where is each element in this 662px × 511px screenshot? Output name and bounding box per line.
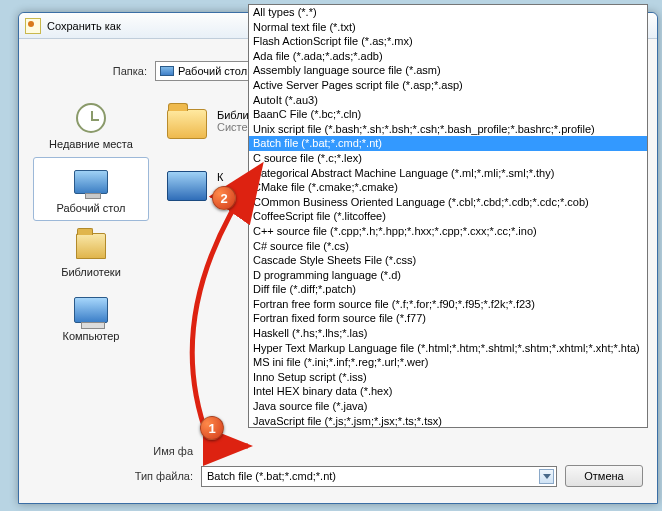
place-computer[interactable]: Компьютер xyxy=(33,285,149,349)
filetype-option[interactable]: Java source file (*.java) xyxy=(249,399,647,414)
annotation-marker-2: 2 xyxy=(212,186,236,210)
filetype-option[interactable]: C source file (*.c;*.lex) xyxy=(249,151,647,166)
save-icon xyxy=(25,18,41,34)
filetype-option[interactable]: Hyper Text Markup Language file (*.html;… xyxy=(249,341,647,356)
filetype-option[interactable]: C++ source file (*.cpp;*.h;*.hpp;*.hxx;*… xyxy=(249,224,647,239)
filetype-option[interactable]: MS ini file (*.ini;*.inf;*.reg;*.url;*.w… xyxy=(249,355,647,370)
filetype-option[interactable]: Unix script file (*.bash;*.sh;*.bsh;*.cs… xyxy=(249,122,647,137)
computer-icon xyxy=(167,171,207,201)
filetype-option[interactable]: D programming language (*.d) xyxy=(249,268,647,283)
filetype-dropdown[interactable]: All types (*.*)Normal text file (*.txt)F… xyxy=(248,4,648,428)
place-desktop[interactable]: Рабочий стол xyxy=(33,157,149,221)
filetype-option[interactable]: Categorical Abstract Machine Language (*… xyxy=(249,166,647,181)
clock-icon xyxy=(76,103,106,133)
filetype-option[interactable]: Batch file (*.bat;*.cmd;*.nt) xyxy=(249,136,647,151)
filetype-combo[interactable]: Batch file (*.bat;*.cmd;*.nt) xyxy=(201,466,557,487)
filetype-option[interactable]: Fortran fixed form source file (*.f77) xyxy=(249,311,647,326)
filetype-value: Batch file (*.bat;*.cmd;*.nt) xyxy=(207,470,336,482)
folder-combo[interactable]: Рабочий стол xyxy=(155,61,255,81)
filetype-option[interactable]: Haskell (*.hs;*.lhs;*.las) xyxy=(249,326,647,341)
folder-icon xyxy=(167,109,207,139)
filetype-option[interactable]: JavaScript file (*.js;*.jsm;*.jsx;*.ts;*… xyxy=(249,414,647,428)
filetype-option[interactable]: Normal text file (*.txt) xyxy=(249,20,647,35)
filetype-option[interactable]: BaanC File (*.bc;*.cln) xyxy=(249,107,647,122)
folder-row: Папка: Рабочий стол xyxy=(103,61,255,81)
filetype-option[interactable]: Flash ActionScript file (*.as;*.mx) xyxy=(249,34,647,49)
folder-label: Папка: xyxy=(103,65,147,77)
filetype-option[interactable]: Ada file (*.ada;*.ads;*.adb) xyxy=(249,49,647,64)
folder-icon xyxy=(76,233,106,259)
cancel-button[interactable]: Отмена xyxy=(565,465,643,487)
place-libraries[interactable]: Библиотеки xyxy=(33,221,149,285)
place-computer-label: Компьютер xyxy=(63,330,120,342)
filetype-option[interactable]: All types (*.*) xyxy=(249,5,647,20)
filetype-option[interactable]: Diff file (*.diff;*.patch) xyxy=(249,282,647,297)
monitor-icon xyxy=(74,170,108,194)
filetype-option[interactable]: Inno Setup script (*.iss) xyxy=(249,370,647,385)
annotation-marker-1: 1 xyxy=(200,416,224,440)
computer-icon xyxy=(74,297,108,323)
window-title: Сохранить как xyxy=(47,20,121,32)
filetype-option[interactable]: CoffeeScript file (*.litcoffee) xyxy=(249,209,647,224)
filetype-option[interactable]: Assembly language source file (*.asm) xyxy=(249,63,647,78)
filetype-label: Тип файла: xyxy=(125,470,193,482)
bottom-controls: Имя фа Тип файла: Batch file (*.bat;*.cm… xyxy=(125,437,643,487)
place-recent[interactable]: Недавние места xyxy=(33,93,149,157)
filetype-option[interactable]: AutoIt (*.au3) xyxy=(249,93,647,108)
filetype-option[interactable]: Intel HEX binary data (*.hex) xyxy=(249,384,647,399)
filename-label: Имя фа xyxy=(125,445,193,457)
place-desktop-label: Рабочий стол xyxy=(56,202,125,214)
filetype-option[interactable]: Active Server Pages script file (*.asp;*… xyxy=(249,78,647,93)
places-bar: Недавние места Рабочий стол Библиотеки К… xyxy=(33,93,149,349)
filetype-option[interactable]: Fortran free form source file (*.f;*.for… xyxy=(249,297,647,312)
desktop-icon xyxy=(160,66,174,76)
filetype-option[interactable]: C# source file (*.cs) xyxy=(249,239,647,254)
folder-value: Рабочий стол xyxy=(178,65,247,77)
place-recent-label: Недавние места xyxy=(49,138,133,150)
filetype-option[interactable]: CMake file (*.cmake;*.cmake) xyxy=(249,180,647,195)
place-libraries-label: Библиотеки xyxy=(61,266,121,278)
chevron-down-icon[interactable] xyxy=(539,469,554,484)
filetype-option[interactable]: COmmon Business Oriented Language (*.cbl… xyxy=(249,195,647,210)
filetype-option[interactable]: Cascade Style Sheets File (*.css) xyxy=(249,253,647,268)
